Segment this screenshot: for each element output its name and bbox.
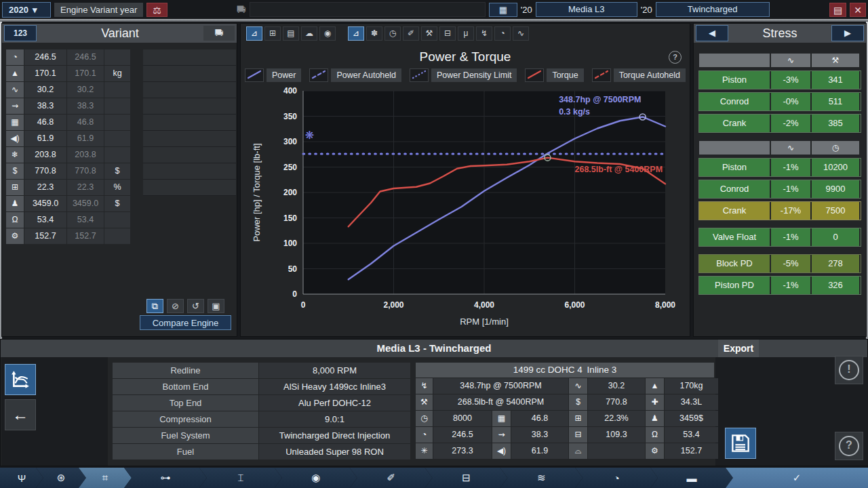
car-icon: ⛟ [237,4,246,15]
stress-component: Crank [699,202,770,220]
toolbar-button[interactable]: ⊞ [264,26,281,41]
legend-line-sample [525,68,544,82]
paste-button[interactable]: ▣ [208,299,224,313]
stat-value-compare: 53.4 [67,212,104,228]
export-button[interactable]: Export [718,340,759,357]
toolbar-button[interactable]: ☁ [301,26,317,41]
summary-value: 38.3 [511,427,568,443]
spec-label: Fuel [113,444,258,460]
close-button[interactable]: ✕ [850,3,866,17]
year-dropdown[interactable]: 2020 ▾ [2,2,51,18]
arrow-left-icon[interactable]: ◀ [696,25,728,41]
exhaust-step-icon: ≋ [537,472,546,484]
stat-value-compare: 246.5 [67,49,104,65]
stress-header-rpm: ∿ ◷ [699,141,861,155]
nav-step[interactable]: ⌶ [199,468,282,488]
warning-icon: ! [839,360,859,380]
summary-row: ◷8000▦46.8⊞22.3%♟3459$ [416,411,714,426]
graph-view-icon: ⊿ [251,28,258,38]
warnings-button[interactable]: ! [835,356,863,384]
save-icon [731,434,750,453]
toolbar-button[interactable]: μ [458,26,474,41]
toolbar-button[interactable]: ✽ [366,26,382,41]
nav-step[interactable]: ≋ [500,468,583,488]
undo-button[interactable]: ↺ [187,299,204,313]
toolbar-button[interactable]: ⊿ [348,26,364,41]
compare-engine-button[interactable]: Compare Engine [140,315,231,330]
stat-value-compare: 770.8 [67,163,104,179]
copy-button[interactable]: ⧉ [146,299,163,313]
nav-step[interactable]: ▬ [650,468,733,488]
nav-step[interactable]: ⌗ [79,468,132,488]
nav-step[interactable]: ⊟ [425,468,508,488]
stress-header-torque: ∿ ⚒ [699,54,861,67]
legend-item[interactable]: Torque Autoheld [592,68,686,82]
variant-stat-row: ❄ 203.8 203.8 [6,147,130,163]
tab-engine-variant[interactable]: Twincharged [656,2,770,17]
loudness-icon: ◀) [6,131,24,146]
table-view-icon: ▤ [287,28,294,38]
toolbar-button[interactable]: ⚒ [421,26,437,41]
top-bar: 2020 ▾ Engine Variant year ⚖ ⛟ ▦ '20 Med… [0,0,868,19]
menu-button[interactable]: ▤ [829,3,846,17]
arrow-right-icon[interactable]: ▶ [831,25,864,41]
stress-row: Piston PD -1% 326 [699,277,861,294]
toolbar-button[interactable]: ◉ [319,26,336,41]
nav-step[interactable]: ◔ [575,468,658,488]
nav-step[interactable]: Ψ [0,468,43,488]
nav-step[interactable]: ⊛ [36,468,86,488]
dyno-graph-button[interactable] [5,364,36,395]
smoothness-icon: ∿ [6,82,24,98]
power-torque-chart[interactable]: 05010015020025030035040002,0004,0006,000… [243,86,688,331]
legend-item[interactable]: Power Density Limit [410,68,517,82]
variant-stat-row: Ω 53.4 53.4 [6,212,130,228]
toolbar-button[interactable]: ◷ [384,26,401,41]
cancel-button[interactable]: ⊘ [167,299,184,313]
bottom-end-step-icon: ⊶ [160,472,170,484]
toolbar-button[interactable]: ✐ [403,26,419,41]
nav-step[interactable]: ✐ [350,468,433,488]
engine-summary-table: 1499 cc DOHC 4 Inline 3 ↯348.7hp @ 7500R… [416,363,714,460]
production-units-icon: Ω [646,427,664,443]
summary-header-bar: Media L3 - Twincharged Export [1,340,867,357]
boost-tab-icon: ✽ [371,28,378,38]
summary-value: 152.7 [665,443,718,459]
svg-text:350: 350 [283,112,297,121]
blank-header-cell [699,54,770,67]
turbo-view-icon: ◉ [324,28,331,38]
stress-panel-title: Stress [728,26,831,41]
legend-item[interactable]: Power Autoheld [309,68,401,82]
toolbar-button[interactable]: ∿ [513,26,529,41]
legend-item[interactable]: Power [245,68,301,82]
save-button[interactable] [725,428,756,459]
summary-panel: Media L3 - Twincharged Export ← Redline … [0,339,868,466]
tab-engine-family[interactable]: Media L3 [536,2,637,17]
help-icon[interactable]: ? [669,51,682,64]
stress-value: 0 [812,228,859,246]
summary-row: ↯348.7hp @ 7500RPM∿30.2▲170kg [416,378,714,394]
legal-button[interactable]: ⚖ [146,3,167,17]
numbers-badge[interactable]: 123 [4,25,37,41]
truck-icon[interactable]: ⛟ [203,26,235,41]
summary-value: 3459$ [665,411,718,426]
back-button[interactable]: ← [5,399,36,430]
variant-stat-row: ▲ 170.1 170.1 kg [6,66,130,81]
toolbar-button[interactable]: ⊿ [246,26,262,41]
nav-step[interactable]: ◉ [275,468,357,488]
legend-item[interactable]: Torque [525,68,583,82]
summary-value [588,443,645,459]
legend-label: Power Density Limit [431,68,517,82]
legend-label: Torque Autoheld [614,68,686,82]
help-button[interactable]: ? [835,432,863,460]
stress-row: Conrod -1% 9900 [699,180,861,198]
toolbar-button[interactable]: ⊟ [439,26,456,41]
nav-step[interactable]: ✓ [726,468,868,488]
svg-text:4,000: 4,000 [474,300,494,310]
production-units-icon: Ω [6,212,24,228]
nav-step[interactable]: ⊶ [124,468,207,488]
variant-step-icon: ⌗ [102,472,108,484]
toolbar-button[interactable]: ▤ [283,26,299,41]
toolbar-button[interactable]: ◔ [494,26,511,41]
stat-unit [104,98,130,114]
toolbar-button[interactable]: ↯ [476,26,492,41]
